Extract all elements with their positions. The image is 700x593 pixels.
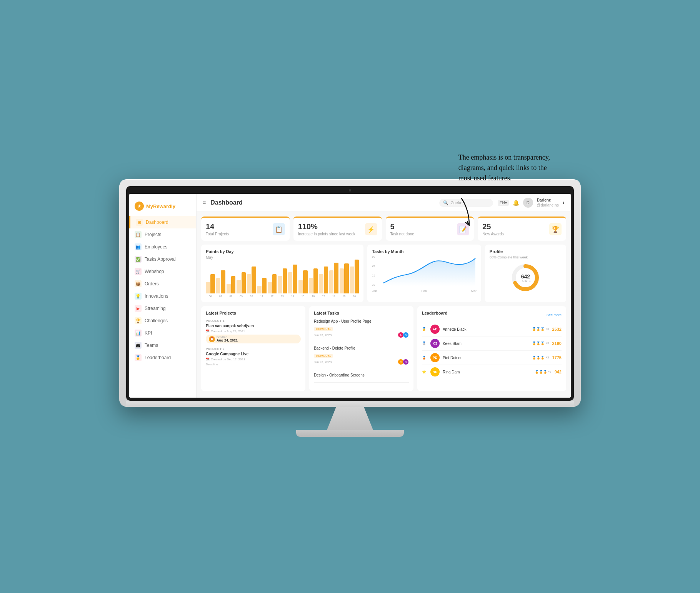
leader-name-3: Piet Duinen bbox=[443, 356, 529, 360]
leader-score-3: 1775 bbox=[552, 355, 562, 360]
bar-group bbox=[350, 260, 359, 293]
language-selector[interactable]: EN▾ bbox=[498, 200, 509, 206]
sidebar-label: Leaderboard bbox=[145, 355, 171, 360]
orders-icon: 📦 bbox=[135, 280, 142, 287]
bar-group bbox=[257, 278, 267, 293]
challenges-icon: 🏆 bbox=[135, 317, 142, 324]
menu-icon[interactable]: ≡ bbox=[203, 200, 206, 206]
see-more-link[interactable]: See more bbox=[547, 313, 562, 317]
task-avatar: B bbox=[403, 332, 409, 338]
sidebar-label: Teams bbox=[145, 343, 158, 348]
leaderboard-header: Leaderboard See more bbox=[422, 311, 562, 319]
user-avatar: D bbox=[523, 198, 533, 208]
logo-area: ★ MyRewardly bbox=[129, 198, 196, 216]
bar-labels: 06 07 08 09 10 11 12 13 14 bbox=[206, 295, 359, 298]
projects-icon: 📋 bbox=[135, 231, 142, 238]
stat-label: Total Projects bbox=[206, 232, 229, 236]
deadline-label-2: Deadline bbox=[206, 363, 301, 366]
dashboard-body: 14 Total Projects 📋 110% Increase in poi… bbox=[197, 212, 571, 398]
deadline-label: Deadline bbox=[217, 336, 238, 338]
leader-score-4: 942 bbox=[555, 370, 562, 374]
profile-title: Profile bbox=[490, 249, 562, 254]
tasks-chart-title: Tasks by Month bbox=[372, 249, 477, 254]
latest-projects-card: Latest Projects PROJECT 1 Plan van aanpa… bbox=[201, 306, 305, 391]
donut-container: 642 POINTS bbox=[490, 262, 562, 293]
sidebar-item-webshop[interactable]: 🛒 Webshop bbox=[129, 265, 196, 278]
sidebar-label: Dashboard bbox=[146, 220, 168, 225]
leaderboard-title: Leaderboard bbox=[422, 311, 448, 315]
bar-group bbox=[216, 270, 225, 293]
x-axis-labels: Jan Feb Mar bbox=[372, 289, 477, 293]
screen-bezel: ★ MyRewardly ⊞ Dashboard 📋 Projects bbox=[126, 186, 574, 401]
notification-bell[interactable]: 🔔 bbox=[513, 200, 519, 206]
leader-avatar-4: RD bbox=[430, 367, 440, 376]
bottom-row: Latest Projects PROJECT 1 Plan van aanpa… bbox=[201, 306, 566, 391]
project-meta-2: 📅 Created on Dec 12, 2021 bbox=[206, 358, 301, 361]
sidebar-item-employees[interactable]: 👥 Employees bbox=[129, 241, 196, 253]
kpi-icon: 📊 bbox=[135, 330, 142, 336]
leader-name-1: Annette Black bbox=[443, 327, 529, 331]
user-handle: @darlane.ns bbox=[537, 203, 559, 208]
project-badge-1: PROJECT 1 bbox=[206, 319, 301, 323]
user-chevron[interactable]: › bbox=[563, 199, 565, 206]
task-meta-2: Jun 23, 2023 C D bbox=[314, 359, 409, 365]
stat-label: New Awards bbox=[482, 232, 503, 236]
leader-badges-2: 🏅🏅🏅+3 bbox=[532, 341, 549, 345]
camera-dot bbox=[349, 189, 351, 192]
sidebar-label: Challenges bbox=[145, 318, 168, 323]
project-meta-1: 📅 Created on Aug 28, 2021 bbox=[206, 330, 301, 333]
sidebar-label: Projects bbox=[145, 232, 161, 237]
task-name-3: Design - Onboarding Screens bbox=[314, 373, 409, 377]
dashboard-icon: ⊞ bbox=[136, 219, 143, 226]
sidebar-item-streaming[interactable]: ▶ Streaming bbox=[129, 302, 196, 315]
sidebar: ★ MyRewardly ⊞ Dashboard 📋 Projects bbox=[129, 194, 197, 398]
leader-item-1: 🥇 AB Annette Black 🏅🏅🏅+3 2532 bbox=[422, 322, 562, 336]
profile-chart-card: Profile 68% Complete this week bbox=[485, 245, 566, 302]
logo-text: MyRewardly bbox=[146, 203, 175, 209]
stat-value: 14 bbox=[206, 222, 229, 231]
imac-bottom bbox=[126, 401, 574, 407]
leader-item-4: ⭐ RD Rina Dam 🏅🏅🏅+3 942 bbox=[422, 365, 562, 379]
points-chart-title: Points by Day bbox=[206, 249, 359, 254]
stat-icon-awards: 🏆 bbox=[549, 223, 562, 235]
sidebar-item-teams[interactable]: 👨‍👩‍👧 Teams bbox=[129, 339, 196, 351]
stat-card-points: 110% Increase in points since last week … bbox=[293, 217, 382, 241]
sidebar-item-tasks[interactable]: ✅ Tasks Approval bbox=[129, 253, 196, 265]
task-item-1: Redesign App - User Profile Page INDIVID… bbox=[314, 319, 409, 342]
sidebar-item-leaderboard[interactable]: 🥇 Leaderboard bbox=[129, 351, 196, 364]
sidebar-label: Streaming bbox=[145, 306, 166, 311]
bar-group bbox=[298, 270, 308, 293]
stat-value: 25 bbox=[482, 222, 503, 231]
sidebar-item-dashboard[interactable]: ⊞ Dashboard bbox=[129, 216, 196, 228]
main-content: ≡ Dashboard 🔍 Zoeken EN▾ 🔔 D bbox=[197, 194, 571, 398]
calendar-icon-2: 📅 bbox=[206, 358, 210, 361]
leader-score-1: 2532 bbox=[552, 327, 562, 331]
annotation-text: The emphasis is on transparency, diagram… bbox=[458, 152, 550, 183]
stat-value: 5 bbox=[390, 222, 414, 231]
task-badge-2: INDIVIDUAL bbox=[314, 354, 333, 358]
project-item-2: PROJECT 2 Google Campagne Live 📅 Created… bbox=[206, 347, 301, 366]
sidebar-item-projects[interactable]: 📋 Projects bbox=[129, 228, 196, 241]
points-chart-card: Points by Day May bbox=[201, 245, 363, 302]
rank-icon-1: 🥇 bbox=[422, 327, 427, 331]
header-actions: EN▾ 🔔 D Darlene @darlane.ns › bbox=[498, 198, 565, 208]
leader-badges-1: 🏅🏅🏅+3 bbox=[532, 327, 549, 331]
sidebar-item-challenges[interactable]: 🏆 Challenges bbox=[129, 315, 196, 327]
sidebar-label: Tasks Approval bbox=[145, 257, 176, 262]
deadline-icon: ⏰ bbox=[209, 336, 215, 342]
bar-group bbox=[227, 276, 236, 293]
points-chart-subtitle: May bbox=[206, 255, 359, 260]
task-avatars-2: C D bbox=[398, 359, 409, 365]
sidebar-item-innovations[interactable]: 💡 Innovations bbox=[129, 290, 196, 302]
leader-item-3: 🥉 PD Piet Duinen 🏅🏅🏅+3 1775 bbox=[422, 351, 562, 365]
stat-icon-points: ⚡ bbox=[365, 223, 377, 235]
deadline-badge-1: ⏰ Deadline Aug 24, 2021 bbox=[206, 335, 301, 343]
donut-center: 642 POINTS bbox=[520, 273, 530, 282]
task-date-1: Jun 23, 2023 bbox=[314, 333, 332, 337]
sidebar-item-orders[interactable]: 📦 Orders bbox=[129, 278, 196, 290]
stat-card-projects: 14 Total Projects 📋 bbox=[201, 217, 290, 241]
imac-base bbox=[296, 430, 404, 437]
sidebar-item-kpi[interactable]: 📊 KPI bbox=[129, 327, 196, 339]
leader-avatar-2: KS bbox=[430, 339, 440, 348]
logo-icon: ★ bbox=[135, 202, 144, 211]
